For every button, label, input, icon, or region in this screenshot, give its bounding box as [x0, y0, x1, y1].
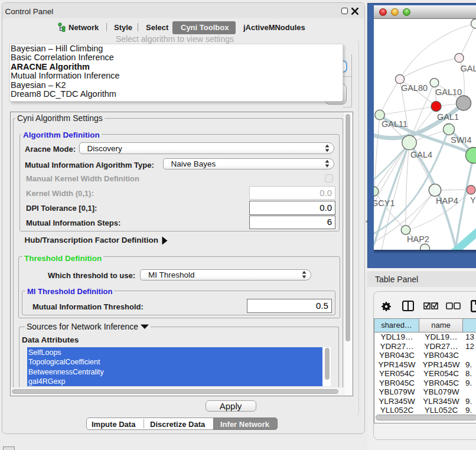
svg-text:GAL11: GAL11 [382, 119, 407, 129]
svg-text:HAP2: HAP2 [407, 234, 429, 244]
svg-text:GCY1: GCY1 [374, 198, 395, 208]
svg-text:Y: Y [470, 195, 476, 205]
svg-text:GAL: GAL [461, 64, 476, 73]
svg-text:GAL4: GAL4 [410, 150, 432, 159]
svg-text:GAL1: GAL1 [437, 112, 459, 122]
svg-text:GAL10: GAL10 [435, 87, 462, 97]
svg-text:GAL80: GAL80 [401, 83, 428, 93]
svg-text:SWI4: SWI4 [451, 135, 471, 145]
svg-text:HAP4: HAP4 [436, 196, 458, 206]
